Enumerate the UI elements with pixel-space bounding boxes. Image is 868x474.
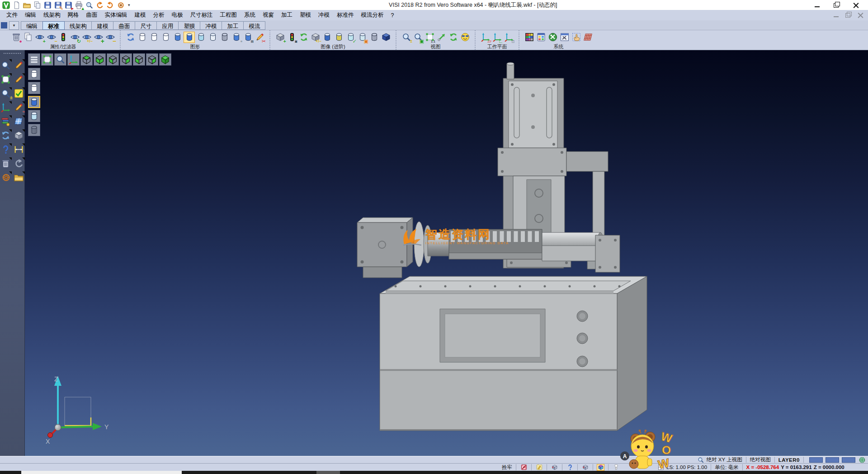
tab-flow[interactable]: 模流 bbox=[243, 21, 265, 30]
export-icon[interactable]: ▸ bbox=[64, 1, 73, 9]
axes-triad-icon[interactable] bbox=[67, 53, 80, 66]
3d-scene[interactable] bbox=[25, 50, 868, 456]
save-icon[interactable] bbox=[43, 1, 52, 9]
menu-analysis[interactable]: 分析 bbox=[150, 10, 168, 20]
menu-dimension[interactable]: 尺寸标注 bbox=[187, 10, 217, 20]
tab-dimension[interactable]: 尺寸 bbox=[135, 21, 157, 30]
cylinder-striped-icon[interactable] bbox=[333, 32, 344, 43]
view-lock-status[interactable]: 绝对 XY 上视图 bbox=[706, 456, 743, 463]
view-bottom-icon[interactable] bbox=[94, 53, 106, 66]
menu-mesh[interactable]: 网格 bbox=[64, 10, 83, 20]
cylinder-material-icon[interactable]: ▣ bbox=[357, 32, 368, 43]
zoom-actual-icon[interactable]: 1:1 bbox=[424, 32, 435, 43]
tab-dropdown-icon[interactable]: ▼ bbox=[9, 21, 19, 30]
hidden-line-view-icon[interactable] bbox=[148, 32, 160, 43]
section-tools-icon[interactable]: ✂ bbox=[254, 32, 265, 43]
workplane-cube-icon[interactable]: ◫ bbox=[503, 32, 514, 43]
show-add-icon[interactable]: + bbox=[34, 32, 45, 43]
grid-window-icon[interactable] bbox=[657, 464, 665, 471]
tab-surface[interactable]: 曲面 bbox=[113, 21, 135, 30]
style-hidden-line-icon[interactable] bbox=[28, 82, 40, 94]
view-back-icon[interactable] bbox=[146, 53, 158, 66]
world-globe-icon[interactable] bbox=[858, 456, 866, 463]
context-help-icon[interactable] bbox=[0, 143, 12, 155]
tab-wireframe[interactable]: 线架构 bbox=[64, 21, 92, 30]
regenerate-icon[interactable] bbox=[0, 129, 12, 141]
tab-die[interactable]: 冲模 bbox=[200, 21, 222, 30]
taskbar-segment[interactable] bbox=[316, 471, 340, 474]
report-view-icon[interactable]: ▤ bbox=[242, 32, 254, 43]
attribute-copy-icon[interactable] bbox=[22, 32, 33, 43]
tab-standard[interactable]: 标准 bbox=[42, 21, 65, 30]
pin-status[interactable]: 拴牢 bbox=[501, 464, 513, 471]
menu-electrode[interactable]: 电极 bbox=[168, 10, 187, 20]
menu-machining[interactable]: 加工 bbox=[278, 10, 296, 20]
print-preview-icon[interactable] bbox=[85, 1, 94, 9]
menu-help[interactable]: ? bbox=[387, 11, 398, 19]
print-icon[interactable]: ▴ bbox=[74, 1, 83, 9]
machine-model[interactable] bbox=[357, 62, 647, 431]
delete-trash-icon[interactable] bbox=[0, 157, 12, 169]
attribute-paint-icon[interactable]: ● bbox=[10, 32, 22, 43]
zoom-window-icon[interactable]: ▣ bbox=[412, 32, 424, 43]
menu-system[interactable]: 系统 bbox=[241, 10, 259, 20]
panel-buttons[interactable] bbox=[577, 311, 588, 367]
lamp-icon[interactable] bbox=[612, 464, 620, 471]
render-toggle-icon[interactable]: +/− bbox=[310, 32, 321, 43]
style-wireframe-icon[interactable] bbox=[28, 68, 40, 80]
settings-window-icon[interactable] bbox=[535, 32, 547, 43]
navigation-compass-icon[interactable] bbox=[0, 171, 12, 183]
repeat-icon[interactable] bbox=[116, 1, 125, 9]
point-select-icon[interactable] bbox=[571, 32, 582, 43]
menu-die[interactable]: 冲模 bbox=[315, 10, 333, 20]
active-layer-status[interactable]: LAYER0 bbox=[778, 457, 801, 463]
cylinder-shaded-icon[interactable] bbox=[321, 32, 333, 43]
view-front-icon[interactable] bbox=[133, 53, 145, 66]
menu-surface[interactable]: 曲面 bbox=[83, 10, 101, 20]
ucs-cube-icon[interactable] bbox=[597, 464, 604, 471]
redo-icon[interactable] bbox=[105, 1, 114, 9]
zoom-window-icon[interactable] bbox=[54, 53, 66, 66]
mesh-view-icon[interactable] bbox=[219, 32, 230, 43]
view-right-icon[interactable] bbox=[120, 53, 132, 66]
menu-drawing[interactable]: 工程图 bbox=[217, 10, 241, 20]
undo-step-icon[interactable] bbox=[13, 157, 25, 169]
shaded-view-icon[interactable] bbox=[172, 32, 183, 43]
menu-file[interactable]: 文件 bbox=[3, 10, 21, 20]
shaded-edges-view-icon[interactable] bbox=[184, 32, 195, 43]
sketch-curve-icon[interactable] bbox=[13, 73, 25, 85]
window-tools-icon[interactable] bbox=[559, 32, 570, 43]
regen-graphics-icon[interactable] bbox=[125, 32, 136, 43]
color-swatch-2[interactable] bbox=[826, 457, 839, 463]
minimize-button-icon[interactable] bbox=[814, 3, 820, 8]
attributes-library-icon[interactable] bbox=[0, 115, 12, 127]
ghost-view-icon[interactable] bbox=[195, 32, 207, 43]
menu-standard-parts[interactable]: 标准件 bbox=[333, 10, 358, 20]
zoom-in-out-icon[interactable]: ± bbox=[401, 32, 412, 43]
menu-wireframe[interactable]: 线架构 bbox=[40, 10, 64, 20]
tab-machining[interactable]: 加工 bbox=[222, 21, 244, 30]
render-filter-icon[interactable]: ▣ bbox=[286, 32, 297, 43]
import-file-icon[interactable] bbox=[33, 1, 42, 9]
tab-edit[interactable]: 编辑 bbox=[21, 21, 43, 30]
style-shaded-icon[interactable] bbox=[28, 96, 40, 108]
view-top-icon[interactable] bbox=[80, 53, 93, 66]
mdi-minimize-icon[interactable] bbox=[833, 13, 839, 18]
undo-icon[interactable] bbox=[95, 1, 104, 9]
sidebar-drag-handle[interactable] bbox=[4, 53, 21, 56]
taskbar-window-segment[interactable] bbox=[21, 471, 182, 474]
select-zoom-icon[interactable] bbox=[0, 59, 12, 71]
cylinder-verified-icon[interactable]: ✓ bbox=[345, 32, 356, 43]
view-menu-icon[interactable] bbox=[28, 53, 40, 66]
new-file-icon[interactable] bbox=[12, 1, 21, 9]
zoom-extents-arrow-icon[interactable] bbox=[436, 32, 447, 43]
context-question-icon[interactable] bbox=[566, 464, 574, 471]
no-rotate-icon[interactable] bbox=[520, 464, 528, 471]
measure-distance-icon[interactable] bbox=[13, 143, 25, 155]
grid-panel-icon[interactable] bbox=[13, 115, 25, 127]
move-axes-icon[interactable] bbox=[0, 101, 12, 113]
selection-frame-icon[interactable] bbox=[0, 73, 12, 85]
zoom-element-icon[interactable]: ± bbox=[0, 87, 12, 99]
render-smiley-icon[interactable] bbox=[459, 32, 471, 43]
menu-edit[interactable]: 编辑 bbox=[21, 10, 40, 20]
